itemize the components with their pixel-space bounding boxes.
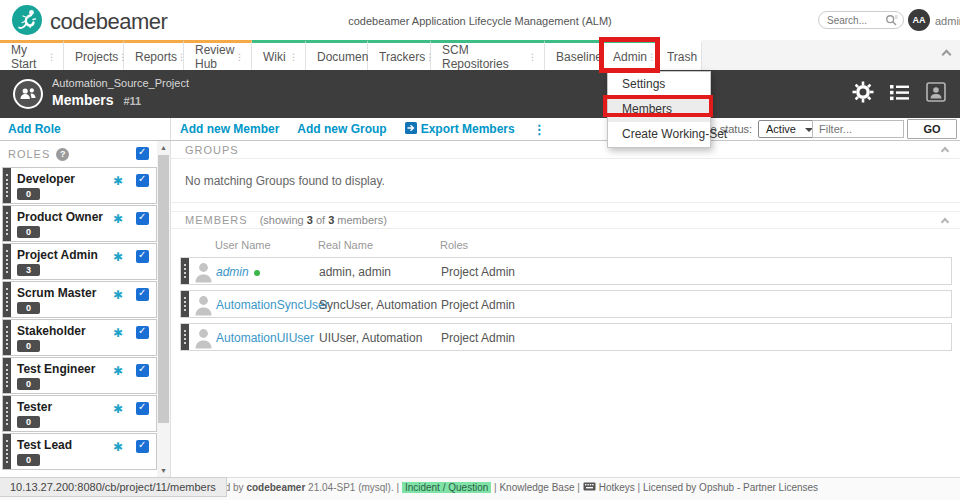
avatar[interactable]: AA [908,9,930,31]
role-permissions-icon[interactable] [113,326,123,340]
role-checkbox[interactable] [136,440,149,453]
role-card-developer: Developer 0 [2,167,157,204]
member-user-link[interactable]: admin [216,265,260,279]
filter-input[interactable] [812,120,904,138]
role-checkbox[interactable] [136,364,149,377]
members-collapse-chevron-icon[interactable] [941,218,949,226]
knowledge-base-link[interactable]: Knowledge Base [499,482,574,493]
toolbar-overflow-dots-icon[interactable] [533,122,546,137]
tab-review-hub[interactable]: Review Hub [184,40,252,70]
role-checkbox[interactable] [136,402,149,415]
role-name: Scrum Master [17,286,96,300]
role-permissions-icon[interactable] [113,212,123,226]
role-name: Tester [17,400,52,414]
tab-menu-dots-icon[interactable] [47,52,56,62]
help-icon[interactable] [56,148,69,161]
tab-menu-dots-icon[interactable] [647,52,656,62]
search-input[interactable] [827,15,885,26]
list-view-icon[interactable] [890,84,910,101]
role-permissions-icon[interactable] [113,364,123,378]
tab-my-start[interactable]: My Start [0,40,64,70]
tab-trash[interactable]: Trash [659,40,702,70]
drag-handle-icon[interactable] [181,324,189,350]
member-roles: Project Admin [441,265,515,279]
add-new-group-link[interactable]: Add new Group [297,122,386,136]
member-roles: Project Admin [441,331,515,345]
nav-collapse-chevron-icon[interactable] [942,50,952,60]
project-members-icon[interactable] [13,79,43,109]
search-icon[interactable] [885,14,898,27]
add-new-member-link[interactable]: Add new Member [180,122,279,136]
project-name[interactable]: Automation_Source_Project [52,77,189,89]
roles-select-all-checkbox[interactable] [136,147,149,160]
drag-handle-icon[interactable] [181,258,189,284]
codebeamer-app: codebeamer codebeamer Application Lifecy… [0,0,960,500]
tab-label: Projects [75,50,118,64]
hotkeys-link[interactable]: Hotkeys [583,482,635,493]
license-link[interactable]: Licensed by Opshub - Partner Licenses [643,482,818,493]
role-status-select[interactable]: Active [758,120,820,138]
main-nav: My Start Projects Reports Review Hub Wik… [0,40,960,70]
member-avatar-icon [194,261,213,287]
export-members-link[interactable]: Export Members [405,120,515,138]
role-checkbox[interactable] [136,250,149,263]
add-role-link[interactable]: Add Role [8,122,61,136]
role-permissions-icon[interactable] [113,402,123,416]
members-main: GROUPS No matching Groups found to displ… [171,141,960,477]
drag-handle-icon[interactable] [3,358,11,393]
drag-handle-icon[interactable] [3,396,11,431]
tab-menu-dots-icon[interactable] [528,52,537,62]
drag-handle-icon[interactable] [3,282,11,317]
menu-item-create-working-set[interactable]: Create Working-Set [608,122,710,147]
role-permissions-icon[interactable] [113,174,123,188]
role-card-product-owner: Product Owner 0 [2,205,157,242]
tab-label: Review Hub [195,43,235,71]
scroll-down-arrow-icon[interactable]: ▼ [157,464,170,477]
global-search[interactable] [818,11,904,29]
role-count-badge: 3 [17,264,40,276]
scroll-up-arrow-icon[interactable]: ▲ [157,141,170,154]
user-profile-icon[interactable] [926,82,946,102]
scrollbar-thumb[interactable] [158,155,169,423]
settings-gear-icon[interactable] [852,81,874,103]
role-checkbox[interactable] [136,288,149,301]
role-permissions-icon[interactable] [113,250,123,264]
role-checkbox[interactable] [136,326,149,339]
member-avatar-icon [194,294,213,320]
role-permissions-icon[interactable] [113,288,123,302]
tab-label: Wiki [263,50,286,64]
tab-documents[interactable]: Documents [306,40,368,70]
tab-menu-dots-icon[interactable] [235,52,244,62]
tab-reports[interactable]: Reports [124,40,184,70]
sidebar-scrollbar[interactable]: ▲ ▼ [157,141,170,477]
incident-question-link[interactable]: Incident / Question [402,482,491,493]
tab-admin[interactable]: Admin [602,40,659,70]
role-name: Developer [17,172,75,186]
member-user-link[interactable]: AutomationUIUser [216,331,314,345]
toolbar: Add Role Add new Member Add new Group Ex… [0,118,960,141]
tab-menu-dots-icon[interactable] [289,52,298,62]
member-user-link[interactable]: AutomationSyncUser [216,298,329,312]
export-excel-icon [405,120,417,138]
drag-handle-icon[interactable] [3,206,11,241]
tab-label: Trash [667,50,697,64]
role-checkbox[interactable] [136,212,149,225]
tab-trackers[interactable]: Trackers [368,40,431,70]
tab-baselines[interactable]: Baselines [545,40,602,70]
menu-item-members[interactable]: Members [608,97,710,122]
groups-collapse-chevron-icon[interactable] [941,147,949,155]
menu-item-settings[interactable]: Settings [608,72,710,97]
page-title: Members [52,92,113,108]
drag-handle-icon[interactable] [3,244,11,279]
drag-handle-icon[interactable] [3,168,11,203]
tab-scm-repositories[interactable]: SCM Repositories [431,40,545,70]
drag-handle-icon[interactable] [3,434,11,469]
role-permissions-icon[interactable] [113,440,123,454]
tab-wiki[interactable]: Wiki [252,40,306,70]
role-checkbox[interactable] [136,174,149,187]
drag-handle-icon[interactable] [181,291,189,317]
go-button[interactable]: GO [907,119,957,139]
member-row-admin: admin admin, admin Project Admin [180,257,952,285]
tab-projects[interactable]: Projects [64,40,124,70]
drag-handle-icon[interactable] [3,320,11,355]
